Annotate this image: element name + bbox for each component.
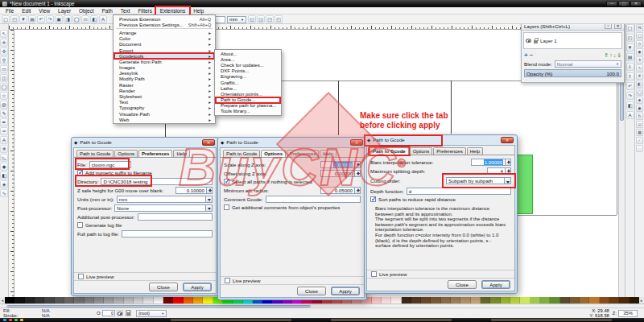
palette-swatch[interactable] [94,297,104,303]
export-icon[interactable]: ⇧ [626,72,634,80]
menu-path[interactable]: Path [98,7,117,14]
menu-item-tools-library[interactable]: Tools library... [216,109,280,114]
print-icon[interactable]: ▤ [28,15,36,23]
fill-stroke-icon[interactable]: ◧ [90,15,98,23]
menu-item-modify-path[interactable]: Modify Path▸ [114,76,214,82]
rectangle-tool-icon[interactable]: ▭ [0,65,8,73]
tab-help[interactable]: Help [173,150,189,157]
layer-to-bottom-icon[interactable]: ⇓ [617,52,621,59]
palette-swatch[interactable] [471,297,481,303]
menu-edit[interactable]: Edit [18,7,35,14]
z-safe-spinbox[interactable]: 0.10000 [175,187,213,194]
palette-swatch[interactable] [35,297,44,303]
pen-tool-icon[interactable]: ✒ [0,118,8,126]
menu-item-orientation-points[interactable]: Orientation points... [216,91,280,97]
snap-path-intersection-icon[interactable]: # [636,72,643,80]
tab-preferences[interactable]: Preferences [138,150,172,157]
palette-swatch[interactable] [25,297,35,303]
snap-midpoint-icon[interactable]: ◈ [636,97,643,104]
palette-swatch[interactable] [64,297,74,303]
palette-swatch[interactable] [481,297,490,303]
layer-visibility-icon[interactable] [117,310,123,316]
selector-tool-icon[interactable]: ↖ [0,30,8,38]
panel-minimize-icon[interactable]: ▫ [605,23,612,29]
redo-icon[interactable]: ↷ [46,15,54,23]
spiral-tool-icon[interactable]: @ [0,101,8,109]
snap-bbox-edge-icon[interactable]: ◇ [636,40,643,47]
dialog-titlebar[interactable]: ◆ Path to Gcode ✕ [365,135,517,144]
units-dropdown[interactable]: mm [117,196,213,203]
star-tool-icon[interactable]: ☆ [0,92,8,100]
zoom-tool-icon[interactable]: ⚲ [0,56,8,64]
menu-item-render[interactable]: Render▸ [114,88,214,93]
menu-filters[interactable]: Filters [134,7,155,14]
menu-item-arrange[interactable]: Arrange▸ [114,30,214,35]
dropdown-arrow-icon[interactable] [205,196,213,203]
menu-layer[interactable]: Layer [54,7,75,14]
tab-path-to-gcode[interactable]: Path to Gcode [76,150,114,157]
palette-swatch[interactable] [114,297,123,303]
tab-preferences[interactable]: Preferences [287,150,319,157]
snap-grid-icon[interactable]: ▦ [636,129,643,136]
snap-page-border-icon[interactable]: ▭ [636,121,643,128]
palette-swatch[interactable] [530,297,540,303]
palette-swatch[interactable] [203,297,213,303]
menu-item-dxf-points[interactable]: DXF Points... [216,68,280,74]
palette-swatch[interactable] [609,297,619,303]
palette-swatch[interactable] [451,297,460,303]
comment-gcode-input[interactable] [266,196,361,203]
save-icon[interactable]: ▼ [626,43,634,52]
taskbar-icon[interactable] [14,319,18,321]
snap-bbox-corner-icon[interactable]: ◆ [636,48,643,56]
palette-swatch[interactable] [74,297,84,303]
taskbar-window-button[interactable] [491,319,612,321]
snap-bbox-icon[interactable]: ▢ [636,32,643,39]
add-numeric-suffix-checkbox[interactable] [77,170,83,175]
palette-swatch[interactable] [550,297,559,303]
palette-swatch[interactable] [14,297,24,303]
sort-paths-checkbox[interactable] [370,196,376,202]
zoom-selection-icon[interactable]: ◱ [248,15,256,23]
zoom-field[interactable]: 35% [618,310,638,317]
menu-item-jessyink[interactable]: JessyInk▸ [114,71,214,76]
import-icon[interactable]: ⇩ [626,63,634,71]
snap-cusp-node-icon[interactable]: ◧ [636,80,643,88]
live-preview-checkbox[interactable] [78,274,84,279]
zoom-drawing-icon[interactable]: ◯ [72,15,80,23]
palette-swatch[interactable] [124,297,134,303]
cutting-order-dropdown[interactable]: Subpath by subpath [446,177,511,184]
apply-button[interactable]: Apply [481,280,510,289]
palette-swatch[interactable] [421,297,431,303]
units-dropdown[interactable]: mm▼ [227,16,246,23]
palette-swatch[interactable] [5,297,14,303]
dropdown-arrow-icon[interactable] [504,177,511,184]
menu-file[interactable]: File [2,7,18,14]
palette-swatch[interactable] [580,297,589,303]
menu-item-path-to-gcode[interactable]: Path to Gcode... [216,97,280,103]
palette-swatch[interactable] [441,297,451,303]
menu-item-previous-extension-settings[interactable]: Previous Extension Settings...Shift+Alt+… [114,22,214,27]
layer-to-top-icon[interactable]: ⇑ [604,52,609,59]
opacity-field[interactable]: 0 [102,310,115,316]
menu-item-images[interactable]: Images▸ [114,65,214,71]
tweak-tool-icon[interactable]: ✣ [0,47,8,56]
menu-item-gcodetools[interactable]: Gcodetools▸ [114,53,214,59]
close-button[interactable]: Close [149,283,178,291]
close-button[interactable]: Close [448,280,477,289]
palette-swatch[interactable] [382,297,391,303]
palette-swatch[interactable] [134,297,143,303]
palette-swatch[interactable] [143,297,153,303]
post-processor-dropdown[interactable]: None [114,204,213,212]
palette-swatch[interactable] [570,297,580,303]
palette-swatch[interactable] [193,297,203,303]
snap-smooth-node-icon[interactable]: ◯ [636,89,643,96]
paste-icon[interactable]: ◨ [64,15,72,23]
menu-item-graffiti[interactable]: Graffiti... [216,80,280,85]
remove-layer-button[interactable]: − [530,52,534,59]
taskbar-window-button[interactable] [171,319,291,321]
palette-swatch[interactable] [540,297,550,303]
menu-item-visualize-path[interactable]: Visualize Path▸ [114,111,214,117]
palette-swatch[interactable] [600,297,609,303]
palette-swatch[interactable] [104,297,114,303]
palette-swatch[interactable] [372,297,382,303]
